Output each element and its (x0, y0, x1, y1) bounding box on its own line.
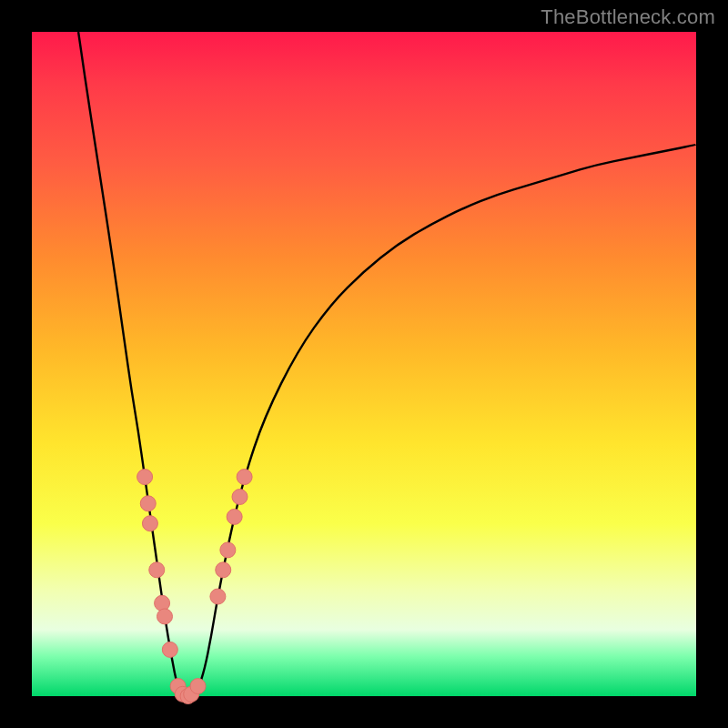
data-marker (216, 562, 231, 578)
data-marker (190, 679, 206, 694)
data-marker (155, 595, 170, 611)
data-marker (237, 470, 252, 485)
data-marker (210, 589, 226, 604)
data-marker (149, 562, 165, 578)
data-marker (137, 470, 153, 485)
data-marker (162, 642, 177, 657)
data-marker (227, 509, 242, 524)
data-marker (232, 490, 248, 505)
data-marker (142, 516, 157, 531)
data-marker (220, 542, 236, 558)
curve-svg (32, 32, 696, 696)
data-marker (157, 609, 173, 624)
plot-area (32, 32, 696, 696)
data-marker (140, 496, 156, 511)
bottleneck-curve (78, 32, 696, 696)
watermark-text: TheBottleneck.com (541, 5, 715, 29)
marker-group (137, 470, 253, 704)
chart-frame: TheBottleneck.com (0, 0, 728, 728)
